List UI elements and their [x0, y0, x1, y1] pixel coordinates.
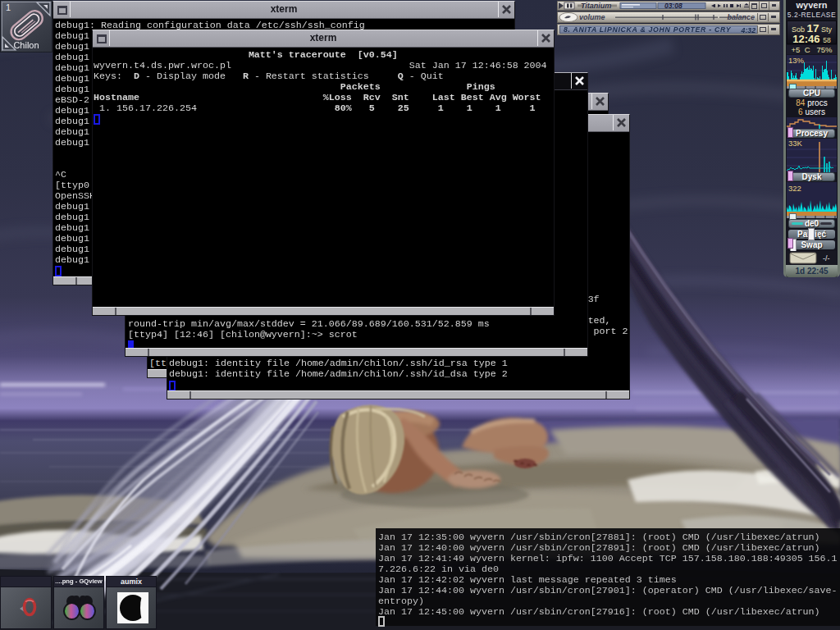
svg-text:volume: volume [579, 13, 605, 21]
svg-text:03:08: 03:08 [664, 2, 682, 10]
svg-text:322: 322 [788, 184, 801, 193]
svg-text:-/-: -/- [823, 254, 830, 262]
svg-text:33K: 33K [788, 139, 803, 148]
svg-text:13%: 13% [788, 56, 805, 65]
svg-text:Titanium: Titanium [581, 2, 611, 10]
